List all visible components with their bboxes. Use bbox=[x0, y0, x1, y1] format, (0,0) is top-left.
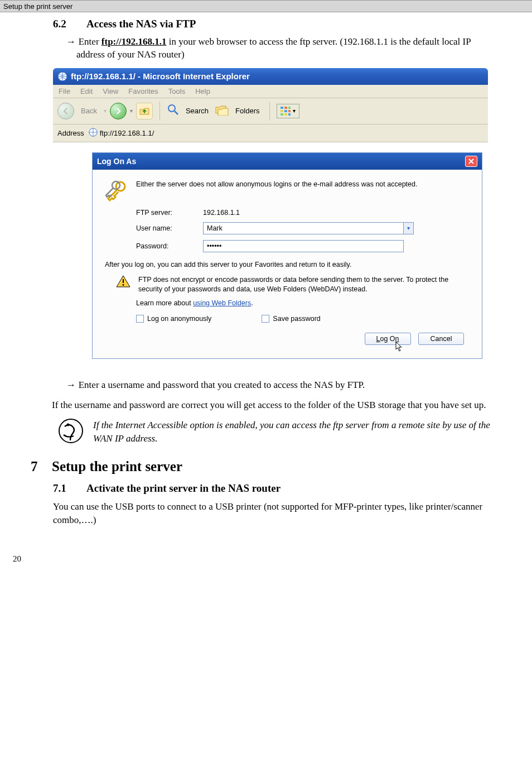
heading-num: 6.2 bbox=[53, 18, 86, 30]
keys-icon bbox=[105, 180, 127, 202]
search-icon[interactable] bbox=[167, 103, 179, 118]
heading-7: 7Setup the print server bbox=[31, 459, 499, 474]
views-grid-icon bbox=[280, 107, 291, 116]
dialog-titlebar: Log On As bbox=[93, 153, 482, 170]
username-input[interactable] bbox=[203, 222, 404, 234]
ie-window: ftp://192.168.1.1/ - Microsoft Internet … bbox=[53, 68, 488, 370]
arrow-icon: → bbox=[66, 380, 79, 390]
svg-line-3 bbox=[175, 111, 178, 114]
heading-num: 7 bbox=[31, 459, 52, 474]
instr-prefix: Enter bbox=[79, 36, 101, 47]
ftp-globe-icon bbox=[57, 71, 67, 81]
folders-icon[interactable] bbox=[215, 104, 229, 117]
views-button[interactable]: ▾ bbox=[277, 104, 299, 118]
heading-num: 7.1 bbox=[53, 482, 86, 495]
ie-toolbar: Back ▾ ▾ Search Folders ▾ bbox=[53, 98, 488, 124]
instruction-enter-credentials: → Enter a username and password that you… bbox=[66, 379, 499, 392]
logon-dialog: Log On As bbox=[92, 152, 482, 359]
address-value[interactable]: ftp://192.168.1.1/ bbox=[100, 129, 154, 137]
svg-point-2 bbox=[168, 105, 175, 112]
anon-text: Log on anonymously bbox=[147, 315, 211, 323]
back-icon[interactable] bbox=[57, 103, 74, 119]
instr-text: Enter a username and password that you c… bbox=[79, 380, 365, 390]
svg-point-8 bbox=[123, 284, 124, 286]
cancel-button[interactable]: Cancel bbox=[418, 333, 464, 345]
separator bbox=[269, 102, 270, 121]
fwd-caret-icon[interactable]: ▾ bbox=[130, 108, 133, 114]
after-logon-text: After you log on, you can add this serve… bbox=[105, 260, 470, 270]
warning-text: FTP does not encrypt or encode passwords… bbox=[138, 275, 470, 295]
tip-row: If the Internet Accessible option is ena… bbox=[59, 419, 499, 445]
page-header: Setup the print server bbox=[0, 0, 532, 12]
chevron-down-icon[interactable]: ▾ bbox=[404, 222, 414, 234]
heading-text: Setup the print server bbox=[52, 459, 182, 474]
logon-button[interactable]: Log On bbox=[365, 333, 411, 345]
ie-address-bar: Address ftp://192.168.1.1/ bbox=[53, 124, 488, 142]
ie-titlebar: ftp://192.168.1.1/ - Microsoft Internet … bbox=[53, 68, 488, 85]
ftp-globe-icon bbox=[89, 128, 98, 138]
back-caret-icon[interactable]: ▾ bbox=[104, 108, 107, 114]
anon-checkbox-label[interactable]: Log on anonymously bbox=[136, 315, 211, 323]
savepass-text: Save password bbox=[273, 315, 320, 323]
ie-title-text: ftp://192.168.1.1/ - Microsoft Internet … bbox=[71, 71, 250, 81]
ftp-url-link[interactable]: ftp://192.168.1.1 bbox=[101, 36, 167, 47]
menu-help[interactable]: Help bbox=[195, 87, 210, 95]
folders-button[interactable]: Folders bbox=[232, 105, 263, 116]
paragraph-access: If the username and password are correct… bbox=[52, 399, 499, 412]
heading-6-2: 6.2Access the NAS via FTP bbox=[53, 18, 499, 30]
forward-icon[interactable] bbox=[110, 103, 127, 119]
chevron-down-icon: ▾ bbox=[293, 108, 296, 114]
breadcrumb: Setup the print server bbox=[3, 2, 72, 11]
heading-text: Access the NAS via FTP bbox=[86, 18, 196, 30]
search-button[interactable]: Search bbox=[182, 105, 212, 116]
address-label: Address bbox=[57, 129, 84, 137]
dialog-message: Either the server does not allow anonymo… bbox=[136, 180, 417, 190]
menu-edit[interactable]: Edit bbox=[80, 87, 93, 95]
instruction-enter-ftp: → Enter ftp://192.168.1.1 in your web br… bbox=[66, 36, 499, 61]
learn-suffix: . bbox=[251, 299, 253, 307]
separator bbox=[159, 102, 160, 121]
paragraph-printer: You can use the USB ports to connect to … bbox=[53, 500, 499, 527]
menu-view[interactable]: View bbox=[103, 87, 118, 95]
savepass-checkbox[interactable] bbox=[262, 315, 269, 323]
dialog-title-text: Log On As bbox=[97, 157, 136, 166]
close-button[interactable] bbox=[465, 156, 477, 167]
dialog-body: Either the server does not allow anonymo… bbox=[93, 170, 482, 359]
up-folder-icon[interactable] bbox=[136, 103, 153, 119]
learn-more-link[interactable]: using Web Folders bbox=[193, 299, 251, 307]
back-button[interactable]: Back bbox=[78, 105, 100, 116]
ie-content-area: Log On As bbox=[53, 142, 488, 370]
password-label: Password: bbox=[136, 242, 203, 250]
menu-tools[interactable]: Tools bbox=[168, 87, 185, 95]
cursor-icon bbox=[395, 342, 403, 353]
heading-text: Activate the print server in the NAS rou… bbox=[86, 482, 280, 494]
menu-file[interactable]: File bbox=[59, 87, 70, 95]
page-number: 20 bbox=[13, 554, 499, 564]
heading-7-1: 7.1Activate the print server in the NAS … bbox=[53, 482, 499, 495]
username-label: User name: bbox=[136, 224, 203, 232]
learn-prefix: Learn more about bbox=[136, 299, 193, 307]
ftp-server-label: FTP server: bbox=[136, 209, 203, 217]
tip-icon bbox=[59, 419, 83, 443]
savepass-checkbox-label[interactable]: Save password bbox=[262, 315, 320, 323]
menu-favorites[interactable]: Favorites bbox=[128, 87, 158, 95]
password-input[interactable] bbox=[203, 240, 404, 252]
ie-menubar: File Edit View Favorites Tools Help bbox=[53, 85, 488, 98]
ftp-server-value: 192.168.1.1 bbox=[203, 209, 240, 217]
tip-text: If the Internet Accessible option is ena… bbox=[93, 419, 499, 445]
warning-icon bbox=[116, 275, 130, 287]
anon-checkbox[interactable] bbox=[136, 315, 144, 323]
arrow-icon: → bbox=[66, 36, 79, 47]
learn-more-line: Learn more about using Web Folders. bbox=[136, 299, 470, 307]
